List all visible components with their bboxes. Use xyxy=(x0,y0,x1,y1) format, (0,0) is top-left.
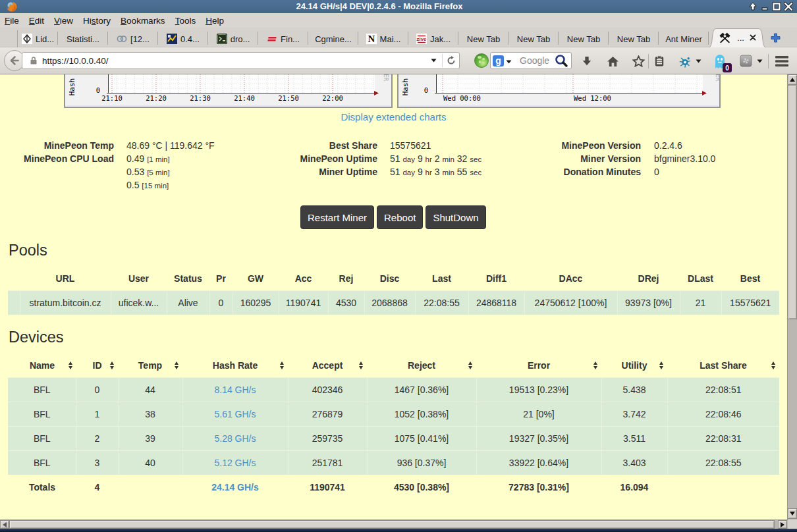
dropdown-caret-icon xyxy=(696,59,701,63)
hashrate-link[interactable]: 5.12 GH/s xyxy=(214,458,256,468)
tab-active-minepeon[interactable]: ... xyxy=(709,28,766,47)
horizontal-scrollbar[interactable] xyxy=(0,519,797,529)
devices-header-row: NameIDTempHash RateAcceptRejectErrorUtil… xyxy=(8,354,779,377)
tab-dro[interactable]: dro... xyxy=(208,30,258,47)
ghostery-button[interactable]: 0 xyxy=(711,53,728,70)
sort-icon[interactable] xyxy=(68,361,73,369)
reboot-button[interactable]: Reboot xyxy=(377,205,423,229)
scroll-down-button[interactable] xyxy=(788,508,797,519)
devices-cell: 19327 [0.35%] xyxy=(476,426,601,450)
pools-col-header: DAcc xyxy=(524,267,617,290)
sort-icon[interactable] xyxy=(468,361,473,369)
tab-cgmine[interactable]: Cgmine... xyxy=(308,30,358,47)
url-bar[interactable]: https://10.0.0.40/ xyxy=(22,52,460,69)
devices-col-header[interactable]: Temp xyxy=(118,354,182,377)
hashrate-link[interactable]: 5.61 GH/s xyxy=(214,409,256,419)
menu-file[interactable]: File xyxy=(0,14,24,27)
sort-icon[interactable] xyxy=(109,361,115,369)
sort-icon[interactable] xyxy=(174,361,179,369)
tab-jak[interactable]: ziveJak... xyxy=(408,30,458,47)
stat-label: Miner Version xyxy=(430,152,641,165)
addon-green-orb-button[interactable] xyxy=(474,53,489,68)
display-extended-charts-link[interactable]: Display extended charts xyxy=(0,111,787,122)
scroll-left-button[interactable] xyxy=(0,520,9,529)
devices-col-header[interactable]: Name xyxy=(8,354,76,377)
devices-col-header[interactable]: Error xyxy=(476,354,601,377)
action-buttons: Restart MinerRebootShutDown xyxy=(300,205,486,229)
close-window-button[interactable] xyxy=(784,2,793,11)
menu-history[interactable]: History xyxy=(78,14,115,27)
sort-icon[interactable] xyxy=(358,361,364,369)
header-label: ID xyxy=(76,360,118,371)
ghost-icon-part xyxy=(717,57,719,60)
pools-col-header: Disc xyxy=(364,267,415,290)
tab-favicon-chart-part-part xyxy=(168,35,171,38)
addon-bug-dropdown[interactable] xyxy=(692,53,705,70)
home-button[interactable] xyxy=(604,53,621,70)
hamburger-icon-part xyxy=(775,64,788,66)
search-bar[interactable]: g Google xyxy=(490,52,572,69)
tab-04[interactable]: 0.4... xyxy=(158,30,208,47)
url-dropdown-button[interactable] xyxy=(425,54,442,67)
devices-col-header[interactable]: Hash Rate xyxy=(182,354,288,377)
hashrate-link[interactable]: 5.28 GH/s xyxy=(214,433,256,444)
scroll-right-button[interactable] xyxy=(778,520,787,529)
devices-col-header[interactable]: Utility xyxy=(601,354,667,377)
menu-hamburger-button[interactable] xyxy=(773,53,790,70)
lock-icon-part xyxy=(31,60,37,65)
tab-antminer[interactable]: Ant Miner xyxy=(659,30,709,47)
downloads-button[interactable] xyxy=(578,53,595,70)
tab-close-icon[interactable] xyxy=(750,34,756,41)
firefox-window: 24.14 GH/s|4 DEV|0.2.4.6 - Mozilla Firef… xyxy=(0,0,797,532)
menu-bookmarks[interactable]: Bookmarks xyxy=(116,14,170,27)
search-icon[interactable] xyxy=(554,53,568,68)
shutdown-button[interactable]: ShutDown xyxy=(426,205,485,229)
vertical-scrollbar[interactable] xyxy=(787,74,797,519)
devices-col-header[interactable]: Last Share xyxy=(667,354,779,377)
stat-label: MinePeon Version xyxy=(430,139,641,152)
bookmarks-menu-button[interactable] xyxy=(651,53,668,70)
scroll-up-button[interactable] xyxy=(788,74,797,85)
menu-tools[interactable]: Tools xyxy=(171,14,201,27)
sort-icon[interactable] xyxy=(659,361,664,369)
devices-table: NameIDTempHash RateAcceptRejectErrorUtil… xyxy=(8,354,779,499)
sort-icon[interactable] xyxy=(771,361,776,369)
toolbar-separator xyxy=(768,54,769,68)
sort-icon[interactable] xyxy=(279,361,285,369)
search-engine-dropdown[interactable] xyxy=(506,55,512,66)
menu-item-label-part: s xyxy=(92,16,96,26)
tab-newtab[interactable]: New Tab xyxy=(508,30,559,47)
menu-edit[interactable]: Edit xyxy=(24,14,49,27)
devices-col-header[interactable]: Accept xyxy=(288,354,367,377)
tab-lid[interactable]: Lid... xyxy=(17,30,58,47)
maximize-window-button[interactable] xyxy=(772,2,781,11)
shade-window-button[interactable] xyxy=(748,2,757,11)
hashrate-link[interactable]: 8.14 GH/s xyxy=(214,385,256,395)
minimize-window-button[interactable] xyxy=(760,2,769,11)
horizontal-scrollbar-thumb[interactable] xyxy=(9,520,775,529)
tab-mai[interactable]: NMai... xyxy=(358,30,408,47)
tab-newtab[interactable]: New Tab xyxy=(559,30,609,47)
menu-help[interactable]: Help xyxy=(201,14,229,27)
sort-icon[interactable] xyxy=(593,361,598,369)
total-hashrate-link[interactable]: 24.14 GH/s xyxy=(211,482,259,492)
bookmark-star-button[interactable] xyxy=(630,53,647,70)
reload-button[interactable] xyxy=(442,54,459,67)
new-tab-button[interactable] xyxy=(768,30,783,45)
menu-view[interactable]: View xyxy=(49,14,78,27)
tab-favicon-terminal-part-part xyxy=(217,34,227,44)
active-tab-content: ... xyxy=(709,28,766,47)
tab-newtab[interactable]: New Tab xyxy=(458,30,508,47)
sort-up-arrow-icon xyxy=(110,361,114,365)
devices-col-header[interactable]: Reject xyxy=(367,354,476,377)
restart-miner-button[interactable]: Restart Miner xyxy=(300,205,374,229)
plugin-dropdown[interactable] xyxy=(753,53,766,70)
pools-table: URLUserStatusPrGWAccRejDiscLastDiff1DAcc… xyxy=(8,267,779,315)
tab-newtab[interactable]: New Tab xyxy=(609,30,659,47)
search-icon-part xyxy=(563,63,566,66)
vertical-scrollbar-thumb[interactable] xyxy=(788,85,797,319)
tab-statisti[interactable]: Statisti... xyxy=(58,30,108,47)
devices-col-header[interactable]: ID xyxy=(76,354,118,377)
tab-fin[interactable]: Fin... xyxy=(258,30,308,47)
tab-12[interactable]: [12... xyxy=(108,30,158,47)
